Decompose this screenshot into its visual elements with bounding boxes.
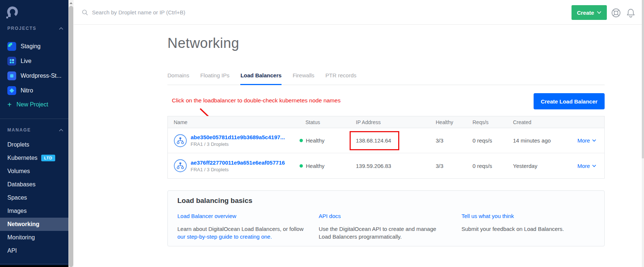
load-balancer-name-link[interactable]: ae376ff22770011e9a651e6eaf057716 [191,159,285,166]
status-label: Healthy [306,163,325,169]
page-scrollbar[interactable] [642,0,644,267]
digitalocean-control-panel: PROJECTS Staging Live Wordpress-St... [0,0,644,267]
sidebar-item-label: Kubernetes [7,155,38,161]
scrollbar-thumb[interactable] [69,6,73,267]
sidebar-divider [0,119,68,119]
created-value: 14 minutes ago [513,137,577,144]
wordpress-project-icon [7,71,16,80]
chevron-down-icon [592,139,596,142]
sidebar-item-label: Networking [7,221,39,228]
sidebar-item-databases[interactable]: Databases [0,178,68,191]
basics-column-overview: Load Balancer overview Learn about Digit… [177,212,310,240]
live-project-icon [7,57,16,66]
basics-column-feedback: Tell us what you think Submit your feedb… [461,212,594,233]
chevron-down-icon [592,165,596,167]
create-button-label: Create [577,10,594,16]
tab-domains[interactable]: Domains [167,72,189,85]
sidebar-item-spaces[interactable]: Spaces [0,191,68,204]
scrollbar-thumb[interactable] [642,0,644,158]
sidebar-divider [0,264,68,264]
sidebar-item-label: Droplets [7,141,29,148]
chevron-up-icon [59,129,63,131]
table-row[interactable]: abe350e05781d11e9b3689a5c4197... FRA1 / … [168,128,604,153]
sidebar-project-staging[interactable]: Staging [7,39,40,54]
ip-address-value: 138.68.124.64 [356,137,436,144]
projects-header-label: PROJECTS [7,26,36,31]
search-icon [82,9,88,16]
tab-floating-ips[interactable]: Floating IPs [200,72,229,85]
load-balancer-name-link[interactable]: abe350e05781d11e9b3689a5c4197... [191,134,285,140]
sidebar-item-kubernetes[interactable]: Kubernetes LTD [0,151,68,165]
load-balancer-icon [174,134,187,147]
manage-section-header[interactable]: MANAGE [7,127,63,133]
created-value: Yesterday [513,163,577,169]
project-label: Nitro [21,87,33,94]
more-menu-button[interactable]: More [577,137,604,144]
nitro-project-icon [7,86,16,95]
sidebar-project-nitro[interactable]: Nitro [7,83,33,98]
api-docs-link[interactable]: API docs [319,212,341,220]
sidebar-item-label: Volumes [7,168,30,175]
sidebar-item-api[interactable]: API [0,244,68,257]
basics-title: Load balancing basics [177,197,252,205]
sidebar-item-images[interactable]: Images [0,204,68,218]
new-project-label: New Project [17,101,48,108]
networking-tabs: Domains Floating IPs Load Balancers Fire… [167,72,605,85]
sidebar-item-droplets[interactable]: Droplets [0,138,68,151]
search-input[interactable] [92,9,247,15]
sidebar-project-live[interactable]: Live [7,54,31,68]
manage-header-label: MANAGE [7,127,31,133]
table-row[interactable]: ae376ff22770011e9a651e6eaf057716 FRA1 / … [168,153,604,178]
basics-text: Learn about DigitalOcean Load Balancers,… [177,225,310,233]
healthy-status-dot [300,139,303,142]
sidebar-scrollbar[interactable] [68,0,74,267]
requests-value: 0 reqs/s [473,163,513,169]
sidebar: PROJECTS Staging Live Wordpress-St... [0,0,68,267]
column-header-healthy: Healthy [436,119,473,125]
plus-icon: + [7,101,12,108]
column-header-name: Name [168,119,300,125]
load-balancer-region: FRA1 / 3 Droplets [191,141,285,147]
load-balancer-overview-link[interactable]: Load Balancer overview [177,212,236,220]
column-header-status: Status [300,119,356,125]
healthy-count-value: 3/3 [436,163,473,169]
sidebar-item-label: Monitoring [7,234,35,241]
sidebar-item-networking[interactable]: Networking [0,218,68,231]
ip-address-value: 139.59.206.83 [356,163,436,169]
table-header-row: Name Status IP Address Healthy Reqs/s Cr… [168,116,604,128]
sidebar-item-volumes[interactable]: Volumes [0,165,68,178]
chevron-up-icon [59,27,63,30]
create-load-balancer-button[interactable]: Create Load Balancer [534,93,605,109]
basics-text: Use the DigitalOcean API to create and m… [319,225,446,240]
more-menu-button[interactable]: More [577,163,604,169]
more-label: More [577,137,590,144]
project-label: Wordpress-St... [21,73,61,79]
column-header-created: Created [513,119,577,125]
digitalocean-logo-icon[interactable] [6,6,19,19]
sidebar-item-label: Images [7,208,26,214]
tab-load-balancers[interactable]: Load Balancers [240,72,282,85]
status-label: Healthy [306,137,325,144]
sidebar-project-wordpress[interactable]: Wordpress-St... [7,68,61,83]
basics-text: Submit your feedback on Load Balancers. [461,225,594,233]
staging-project-icon [7,42,16,51]
load-balancer-icon [174,159,187,172]
create-button[interactable]: Create [572,5,607,20]
project-label: Staging [21,43,40,50]
tab-firewalls[interactable]: Firewalls [293,72,314,85]
projects-section-header[interactable]: PROJECTS [7,26,63,31]
help-lifebuoy-icon[interactable] [611,8,621,18]
tell-us-what-you-think-link[interactable]: Tell us what you think [461,212,514,220]
sidebar-item-monitoring[interactable]: Monitoring [0,231,68,244]
load-balancing-basics-panel: Load balancing basics Load Balancer over… [167,190,605,246]
column-header-ip: IP Address [356,119,436,125]
notifications-bell-icon[interactable] [626,8,636,18]
tab-ptr-records[interactable]: PTR records [325,72,356,85]
scrollbar-up-arrow[interactable] [68,0,74,6]
requests-value: 0 reqs/s [473,137,513,144]
step-by-step-guide-link[interactable]: our step-by-step guide to creating one. [177,233,272,240]
load-balancers-table: Name Status IP Address Healthy Reqs/s Cr… [167,116,605,179]
sidebar-item-label: API [7,247,17,254]
new-project-button[interactable]: + New Project [7,98,48,111]
sidebar-item-label: Spaces [7,194,27,201]
